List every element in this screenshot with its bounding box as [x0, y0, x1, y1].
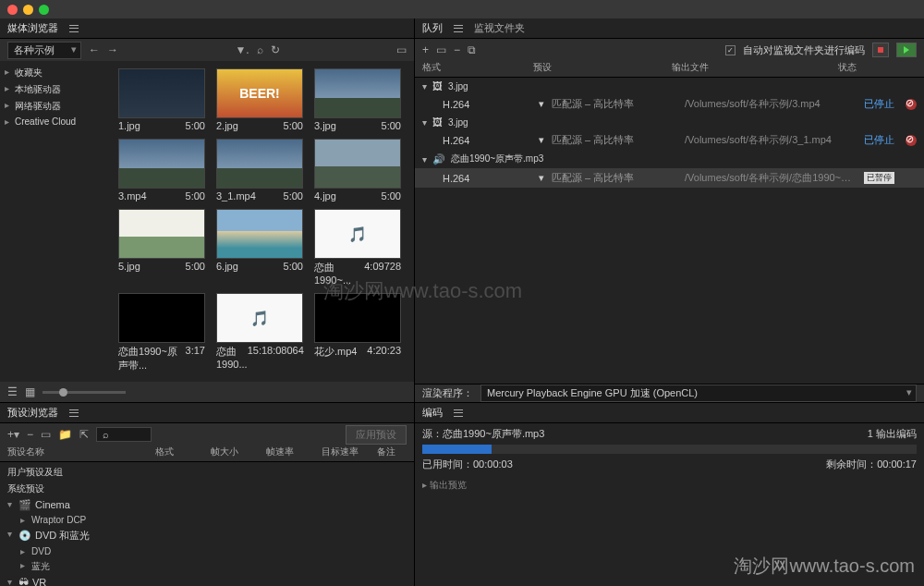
user-presets-group[interactable]: 用户预设及组 — [0, 464, 414, 481]
search-icon[interactable]: ⌕ — [257, 43, 263, 56]
col-output: 输出文件 — [672, 61, 838, 77]
cat-dvd[interactable]: 💿DVD 和蓝光 — [0, 527, 414, 544]
close-icon[interactable] — [7, 5, 18, 15]
queue-row[interactable]: H.264▾匹配源 – 高比特率/Volumes/soft/各种示例/恋曲199… — [415, 168, 924, 188]
media-thumb[interactable]: 5.jpg5:00 — [118, 209, 211, 287]
thumb-name: 恋曲1990... — [216, 345, 248, 370]
media-thumb[interactable]: 3_1.mp45:00 — [216, 139, 309, 203]
renderer-dropdown[interactable]: Mercury Playback Engine GPU 加速 (OpenCL) — [480, 385, 917, 402]
import-icon[interactable]: ⇱ — [79, 428, 89, 441]
folder-dropdown[interactable]: 各种示例 — [7, 42, 81, 59]
thumb-image — [118, 209, 205, 259]
tree-item[interactable]: 收藏夹 — [0, 65, 111, 81]
stop-button[interactable] — [872, 43, 889, 57]
queue-tab[interactable]: 队列 — [422, 21, 443, 35]
media-grid: 1.jpg5:00BEER!2.jpg5:003.jpg5:003.mp45:0… — [111, 61, 414, 382]
output-preview-toggle[interactable]: 输出预览 — [415, 475, 924, 495]
tree-item[interactable]: Creative Cloud — [0, 115, 111, 128]
item-bluray[interactable]: 蓝光 — [0, 558, 414, 575]
thumb-name: 恋曲1990~原声带... — [118, 345, 186, 372]
auto-encode-checkbox[interactable]: ✓ — [725, 45, 736, 55]
thumb-image — [216, 139, 303, 189]
renderer-label: 渲染程序： — [422, 386, 473, 400]
queue-group[interactable]: 🖼 3.jpg — [415, 78, 924, 94]
grid-view-icon[interactable]: ▦ — [25, 385, 35, 398]
col-name: 预设名称 — [7, 446, 155, 461]
encoding-tab[interactable]: 编码 — [422, 406, 443, 420]
tree-item[interactable]: 网络驱动器 — [0, 98, 111, 115]
tree-item[interactable]: 本地驱动器 — [0, 81, 111, 98]
queue-row[interactable]: H.264▾匹配源 – 高比特率/Volumes/soft/各种示例/3.mp4… — [415, 94, 924, 114]
col-status: 状态 — [838, 61, 857, 77]
refresh-icon[interactable]: ↻ — [271, 43, 280, 56]
system-presets-group[interactable]: 系统预设 — [0, 481, 414, 497]
thumb-image — [314, 68, 401, 118]
col-framerate: 帧速率 — [266, 446, 322, 461]
thumb-image — [118, 139, 205, 189]
progress-bar — [422, 445, 917, 454]
panel-menu-icon[interactable] — [454, 25, 463, 32]
window-titlebar — [0, 0, 924, 18]
watch-folders-tab[interactable]: 监视文件夹 — [474, 21, 525, 35]
thumb-duration: 3:17 — [186, 345, 205, 372]
queue-group[interactable]: 🖼 3.jpg — [415, 114, 924, 130]
thumb-duration: 4:20:23 — [367, 345, 401, 359]
media-thumb[interactable]: 6.jpg5:00 — [216, 209, 309, 287]
maximize-icon[interactable] — [39, 5, 49, 15]
thumb-duration: 5:00 — [284, 190, 303, 201]
panel-menu-icon[interactable] — [454, 409, 463, 417]
media-thumb[interactable]: 3.jpg5:00 — [314, 68, 407, 133]
thumb-image: 🎵 — [314, 209, 401, 259]
preset-search-input[interactable]: ⌕ — [96, 427, 152, 442]
panel-menu-icon[interactable] — [69, 409, 79, 417]
media-thumb[interactable]: 恋曲1990~原声带...3:17 — [118, 293, 211, 374]
add-output-icon[interactable]: ▭ — [436, 43, 446, 56]
forward-icon[interactable]: → — [107, 43, 118, 56]
thumb-name: 1.jpg — [118, 120, 140, 131]
media-browser-tab[interactable]: 媒体浏览器 — [7, 21, 58, 35]
media-thumb[interactable]: 3.mp45:00 — [118, 139, 211, 203]
thumb-name: 3.mp4 — [118, 190, 147, 201]
remove-icon[interactable]: − — [454, 43, 460, 56]
item-dvd[interactable]: DVD — [0, 544, 414, 558]
new-folder-icon[interactable]: 📁 — [58, 428, 72, 441]
queue-group[interactable]: 🔊 恋曲1990~原声带.mp3 — [415, 150, 924, 168]
add-source-icon[interactable]: + — [422, 43, 429, 56]
preset-browser-tab[interactable]: 预设浏览器 — [7, 406, 58, 420]
cat-vr[interactable]: 🕶VR — [0, 575, 414, 586]
col-format: 格式 — [422, 61, 533, 77]
apply-preset-button[interactable]: 应用预设 — [346, 425, 407, 445]
media-thumb[interactable]: BEER!2.jpg5:00 — [216, 68, 309, 133]
minimize-icon[interactable] — [23, 5, 33, 15]
col-preset: 预设 — [533, 61, 672, 77]
back-icon[interactable]: ← — [89, 43, 100, 56]
item-wraptor[interactable]: Wraptor DCP — [0, 513, 414, 527]
media-thumb[interactable]: 🎵恋曲1990...15:18:08064 — [216, 293, 309, 374]
filter-icon[interactable]: ▼. — [235, 43, 249, 56]
media-thumb[interactable]: 1.jpg5:00 — [118, 68, 211, 133]
media-thumb[interactable]: 花少.mp44:20:23 — [314, 293, 407, 374]
cat-cinema[interactable]: 🎬Cinema — [0, 497, 414, 513]
elapsed-time: 已用时间：00:00:03 — [422, 458, 513, 471]
media-tree[interactable]: 收藏夹本地驱动器网络驱动器Creative Cloud — [0, 61, 111, 382]
col-notes: 备注 — [377, 446, 395, 461]
list-view-icon[interactable]: ☰ — [7, 385, 18, 398]
thumbnail-size-slider[interactable] — [43, 391, 126, 394]
start-button[interactable] — [896, 43, 917, 57]
media-thumb[interactable]: 🎵恋曲1990~...4:09728 — [314, 209, 407, 287]
thumb-name: 4.jpg — [314, 190, 336, 201]
preset-tree[interactable]: 用户预设及组 系统预设 🎬Cinema Wraptor DCP 💿DVD 和蓝光… — [0, 462, 414, 586]
add-preset-icon[interactable]: +▾ — [7, 428, 19, 441]
col-format: 格式 — [155, 446, 211, 461]
thumb-duration: 5:00 — [284, 120, 303, 131]
media-thumb[interactable]: 4.jpg5:00 — [314, 139, 407, 203]
remove-preset-icon[interactable]: − — [27, 428, 33, 441]
auto-encode-label: 自动对监视文件夹进行编码 — [743, 43, 865, 57]
thumb-image: 🎵 — [216, 293, 303, 343]
queue-row[interactable]: H.264▾匹配源 – 高比特率/Volumes/soft/各种示例/3_1.m… — [415, 130, 924, 150]
duplicate-icon[interactable]: ⧉ — [468, 43, 476, 56]
ingest-icon[interactable]: ▭ — [396, 43, 407, 56]
thumb-image — [118, 68, 205, 118]
preset-settings-icon[interactable]: ▭ — [41, 428, 51, 441]
panel-menu-icon[interactable] — [69, 25, 79, 32]
